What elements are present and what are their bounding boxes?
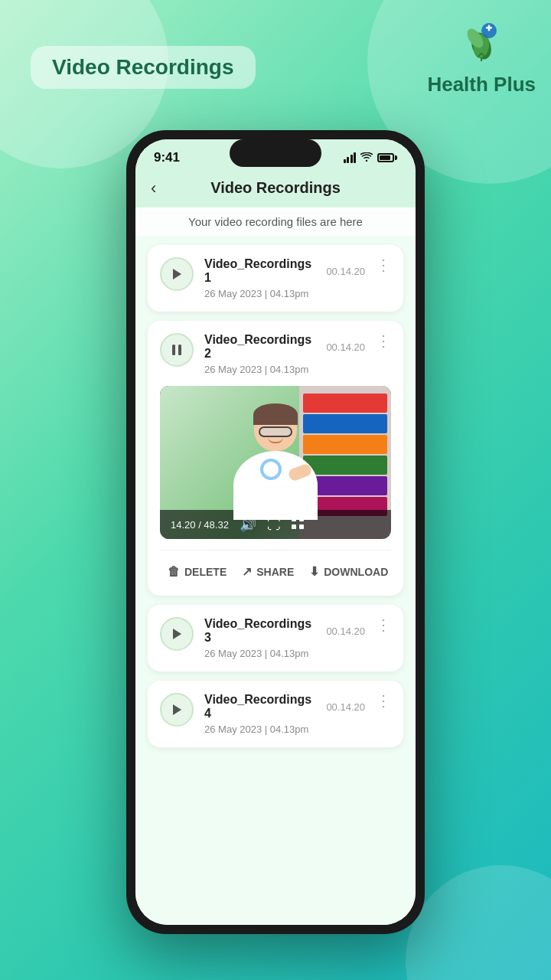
download-button[interactable]: ⬇ DOWNLOAD — [302, 560, 396, 583]
pause-button-2[interactable] — [160, 333, 194, 367]
recording-card-2: Video_Recordings 2 00.14.20 26 May 2023 … — [148, 321, 403, 596]
card-2-header: Video_Recordings 2 00.14.20 26 May 2023 … — [160, 333, 391, 375]
svg-rect-9 — [172, 345, 175, 355]
share-icon: ↗ — [242, 564, 252, 579]
battery-icon — [377, 153, 397, 162]
card-3-info: Video_Recordings 3 00.14.20 26 May 2023 … — [204, 617, 365, 659]
play-button-4[interactable] — [160, 693, 194, 727]
doctor-mouth — [268, 437, 283, 443]
play-button-3[interactable] — [160, 617, 194, 651]
delete-button[interactable]: 🗑 DELETE — [160, 560, 234, 583]
card-3-duration: 00.14.20 — [326, 626, 365, 637]
app-title: Video Recordings — [210, 179, 341, 197]
video-action-buttons: 🗑 DELETE ↗ SHARE ⬇ DOWNLOAD — [160, 550, 391, 583]
share-label: SHARE — [256, 566, 294, 578]
card-3-title-row: Video_Recordings 3 00.14.20 — [204, 617, 365, 645]
phone-frame: 9:41 ‹ Video Recordings — [126, 130, 425, 934]
card-2-title: Video_Recordings 2 — [204, 333, 318, 361]
svg-rect-5 — [488, 25, 491, 31]
more-button-2[interactable]: ⋮ — [376, 333, 391, 348]
svg-marker-16 — [173, 704, 181, 715]
more-button-4[interactable]: ⋮ — [376, 693, 391, 708]
doctor-hair — [253, 403, 298, 425]
card-4-title-row: Video_Recordings 4 00.14.20 — [204, 693, 365, 720]
doctor-body — [233, 451, 318, 520]
doctor-glasses — [259, 426, 292, 437]
video-time-display: 14.20 / 48.32 — [171, 519, 229, 531]
doctor-arm — [287, 462, 313, 482]
brand-icon — [427, 15, 536, 70]
card-2-info: Video_Recordings 2 00.14.20 26 May 2023 … — [204, 333, 365, 375]
signal-icon — [344, 152, 357, 163]
card-1-duration: 00.14.20 — [326, 266, 365, 277]
brand-logo: Health Plus — [427, 15, 536, 96]
svg-rect-10 — [178, 345, 181, 355]
card-4-info: Video_Recordings 4 00.14.20 26 May 2023 … — [204, 693, 365, 735]
phone-notch — [230, 139, 321, 167]
card-4-date: 26 May 2023 | 04.13pm — [204, 724, 365, 735]
card-3-title: Video_Recordings 3 — [204, 617, 318, 645]
share-button[interactable]: ↗ SHARE — [234, 560, 302, 583]
svg-marker-8 — [173, 269, 181, 279]
download-icon: ⬇ — [309, 564, 319, 579]
card-1-info: Video_Recordings 1 00.14.20 26 May 2023 … — [204, 257, 365, 299]
subtitle-banner: Your video recording files are here — [135, 207, 416, 236]
svg-marker-15 — [173, 629, 181, 639]
recording-card-3: Video_Recordings 3 00.14.20 26 May 2023 … — [148, 605, 403, 671]
card-1-title: Video_Recordings 1 — [204, 257, 318, 285]
card-4-duration: 00.14.20 — [326, 701, 365, 713]
phone-screen: 9:41 ‹ Video Recordings — [135, 139, 416, 925]
delete-label: DELETE — [184, 566, 227, 578]
svg-rect-13 — [292, 524, 296, 529]
svg-rect-14 — [299, 524, 304, 529]
recording-card-4: Video_Recordings 4 00.14.20 26 May 2023 … — [148, 681, 403, 747]
card-3-date: 26 May 2023 | 04.13pm — [204, 648, 365, 659]
card-2-date: 26 May 2023 | 04.13pm — [204, 364, 365, 375]
card-1-title-row: Video_Recordings 1 00.14.20 — [204, 257, 365, 285]
card-2-duration: 00.14.20 — [326, 341, 365, 353]
back-button[interactable]: ‹ — [151, 180, 156, 197]
app-header: ‹ Video Recordings — [135, 172, 416, 207]
svg-point-7 — [366, 159, 367, 161]
card-3-header: Video_Recordings 3 00.14.20 26 May 2023 … — [160, 617, 391, 659]
doctor-head — [254, 405, 297, 451]
video-preview[interactable]: 14.20 / 48.32 🔊 ⛶ — [160, 386, 391, 539]
doctor-figure — [233, 405, 318, 520]
recording-card-1: Video_Recordings 1 00.14.20 26 May 2023 … — [148, 245, 403, 312]
more-button-1[interactable]: ⋮ — [376, 257, 391, 273]
bg-decoration-br — [406, 865, 551, 980]
delete-icon: 🗑 — [168, 565, 180, 579]
card-1-date: 26 May 2023 | 04.13pm — [204, 288, 365, 299]
status-icons — [344, 152, 398, 164]
doctor-stethoscope — [260, 459, 282, 480]
more-button-3[interactable]: ⋮ — [376, 617, 391, 632]
recordings-list: Video_Recordings 1 00.14.20 26 May 2023 … — [135, 236, 416, 925]
subtitle-text: Your video recording files are here — [188, 215, 363, 228]
wifi-icon — [360, 152, 373, 164]
status-time: 9:41 — [154, 150, 180, 165]
card-2-title-row: Video_Recordings 2 00.14.20 — [204, 333, 365, 361]
card-1-header: Video_Recordings 1 00.14.20 26 May 2023 … — [160, 257, 391, 299]
brand-name: Health Plus — [427, 73, 536, 96]
download-label: DOWNLOAD — [324, 566, 388, 578]
card-4-header: Video_Recordings 4 00.14.20 26 May 2023 … — [160, 693, 391, 735]
card-4-title: Video_Recordings 4 — [204, 693, 318, 720]
play-button-1[interactable] — [160, 257, 194, 291]
page-header-label: Video Recordings — [31, 46, 256, 89]
